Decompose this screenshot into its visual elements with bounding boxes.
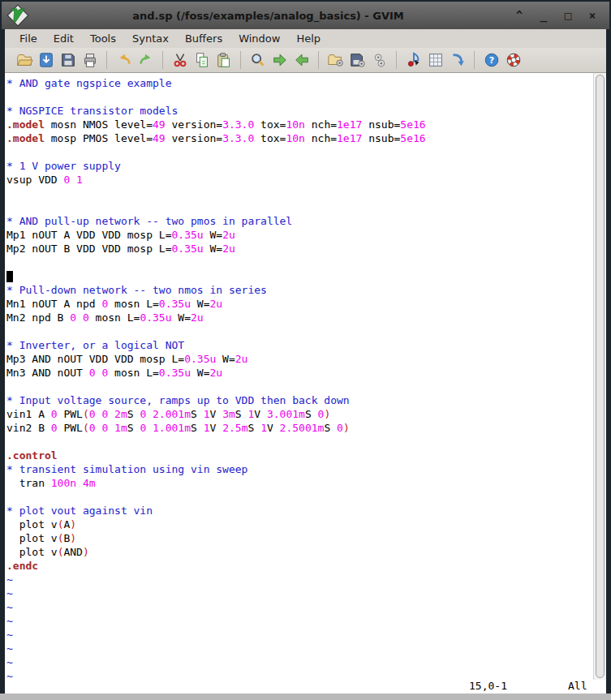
build-tags-button[interactable] bbox=[424, 49, 446, 71]
code-line[interactable]: * plot vout against vin bbox=[6, 504, 593, 517]
code-line[interactable]: vin1 A 0 PWL(0 0 2mS 0 2.001mS 1V 3mS 1V… bbox=[6, 407, 593, 421]
code-line[interactable]: * 1 V power supply bbox=[6, 159, 593, 173]
copy-button[interactable] bbox=[191, 49, 213, 71]
code-line[interactable]: plot v(AND) bbox=[6, 545, 593, 559]
empty-line-tilde: ~ bbox=[6, 573, 593, 586]
menu-help[interactable]: Help bbox=[288, 30, 329, 47]
copy-icon bbox=[193, 51, 211, 69]
find-replace-icon bbox=[249, 51, 267, 69]
code-line[interactable]: .model mosn NMOS level=49 version=3.3.0 … bbox=[6, 118, 593, 131]
menu-syntax[interactable]: Syntax bbox=[124, 30, 177, 47]
code-line[interactable]: .model mosp PMOS level=49 version=3.3.0 … bbox=[6, 131, 593, 145]
scrollbar[interactable] bbox=[593, 73, 606, 680]
save-file-button[interactable] bbox=[35, 49, 57, 71]
minimize-button[interactable]: _ bbox=[538, 10, 549, 21]
code-line[interactable]: Mn1 nOUT A npd 0 mosn L=0.35u W=2u bbox=[6, 297, 593, 311]
code-line[interactable]: plot v(A) bbox=[6, 517, 593, 531]
code-segment: * AND gate ngspice example bbox=[6, 77, 172, 89]
code-line[interactable]: .endc bbox=[6, 559, 593, 573]
save-file-icon bbox=[37, 51, 55, 69]
empty-line-tilde: ~ bbox=[6, 614, 593, 628]
find-in-help-button[interactable] bbox=[502, 49, 524, 71]
code-line[interactable] bbox=[6, 435, 593, 449]
open-file-button[interactable] bbox=[13, 49, 35, 71]
code-line[interactable]: Mn2 npd B 0 0 mosn L=0.35u W=2u bbox=[6, 311, 593, 324]
make-button[interactable] bbox=[402, 49, 424, 71]
code-segment: 1.001m bbox=[153, 422, 191, 434]
help-button[interactable]: ? bbox=[480, 49, 502, 71]
build-tags-icon bbox=[427, 51, 445, 69]
code-segment: 1m bbox=[114, 422, 127, 434]
code-line[interactable]: .control bbox=[6, 449, 593, 462]
code-line[interactable] bbox=[6, 490, 593, 504]
code-line[interactable]: tran 100n 4m bbox=[6, 476, 593, 490]
menubar: FileEditToolsSyntaxBuffersWindowHelp bbox=[5, 29, 606, 48]
cut-button[interactable] bbox=[169, 49, 191, 71]
code-segment: 3m bbox=[222, 408, 235, 420]
code-line[interactable] bbox=[6, 324, 593, 338]
load-session-button[interactable] bbox=[325, 49, 346, 71]
code-line[interactable]: Mp3 AND nOUT VDD VDD mosp L=0.35u W=2u bbox=[6, 352, 593, 366]
menu-tools[interactable]: Tools bbox=[82, 30, 124, 47]
find-replace-button[interactable] bbox=[247, 49, 269, 71]
cursor bbox=[6, 271, 13, 282]
code-segment: vsup VDD bbox=[6, 174, 63, 186]
menu-edit[interactable]: Edit bbox=[45, 30, 82, 47]
undo-button[interactable] bbox=[113, 49, 135, 71]
code-line[interactable]: plot v(B) bbox=[6, 531, 593, 545]
code-segment: version= bbox=[166, 132, 222, 144]
code-area[interactable]: * AND gate ngspice example* NGSPICE tran… bbox=[5, 73, 593, 680]
find-prev-button[interactable] bbox=[290, 49, 312, 71]
close-button[interactable]: × bbox=[587, 10, 598, 21]
menu-window[interactable]: Window bbox=[230, 30, 288, 47]
code-line[interactable] bbox=[6, 256, 593, 269]
menu-file[interactable]: File bbox=[11, 30, 45, 47]
maximize-button[interactable]: □ bbox=[562, 10, 574, 21]
code-line[interactable]: * AND pull-up network -- two pmos in par… bbox=[6, 214, 593, 228]
redo-button[interactable] bbox=[135, 49, 157, 71]
code-segment: AND bbox=[63, 546, 82, 558]
scrollbar-thumb[interactable] bbox=[596, 75, 605, 678]
window-resize-edge[interactable] bbox=[0, 694, 611, 700]
text-area[interactable]: * AND gate ngspice example* NGSPICE tran… bbox=[5, 73, 606, 694]
code-segment: PWL bbox=[58, 422, 83, 434]
code-segment: * NGSPICE transistor models bbox=[6, 105, 178, 117]
code-segment bbox=[76, 477, 83, 489]
code-segment: 0 bbox=[89, 367, 96, 379]
code-segment: nch= bbox=[305, 132, 337, 144]
code-line[interactable] bbox=[6, 145, 593, 159]
code-line[interactable]: Mn3 AND nOUT 0 0 mosn L=0.35u W=2u bbox=[6, 366, 593, 380]
make-icon bbox=[405, 51, 423, 69]
code-segment: mosn NMOS level= bbox=[45, 118, 153, 131]
code-line[interactable]: vin2 B 0 PWL(0 0 1mS 0 1.001mS 1V 2.5mS … bbox=[6, 421, 593, 435]
code-segment: mosp PMOS level= bbox=[45, 132, 153, 144]
code-line[interactable] bbox=[6, 269, 593, 283]
code-line[interactable] bbox=[6, 90, 593, 104]
code-line[interactable]: * transient simulation using vin sweep bbox=[6, 462, 593, 476]
code-line[interactable]: * AND gate ngspice example bbox=[6, 76, 593, 90]
code-line[interactable]: * Inverter, or a logical NOT bbox=[6, 338, 593, 352]
shade-button[interactable]: ^ bbox=[514, 10, 525, 21]
find-next-button[interactable] bbox=[269, 49, 290, 71]
save-all-button[interactable] bbox=[57, 49, 79, 71]
code-line[interactable] bbox=[6, 380, 593, 393]
code-segment: 2m bbox=[114, 408, 127, 420]
run-script-button[interactable] bbox=[368, 49, 390, 71]
paste-button[interactable] bbox=[213, 49, 235, 71]
print-button[interactable] bbox=[79, 49, 101, 71]
code-line[interactable]: Mp1 nOUT A VDD VDD mosp L=0.35u W=2u bbox=[6, 228, 593, 242]
toolbar-separator bbox=[162, 51, 163, 69]
code-line[interactable]: * NGSPICE transistor models bbox=[6, 104, 593, 118]
code-segment: ) bbox=[324, 408, 330, 420]
code-line[interactable]: vsup VDD 0 1 bbox=[6, 173, 593, 187]
code-line[interactable] bbox=[6, 187, 593, 200]
code-segment: .control bbox=[6, 449, 58, 462]
code-line[interactable] bbox=[6, 200, 593, 214]
title-bar[interactable]: and.sp (/foss/examples/analog_basics) - … bbox=[2, 2, 609, 29]
code-line[interactable]: * Pull-down network -- two nmos in serie… bbox=[6, 283, 593, 297]
code-line[interactable]: * Input voltage source, ramps up to VDD … bbox=[6, 393, 593, 407]
code-line[interactable]: Mp2 nOUT B VDD VDD mosp L=0.35u W=2u bbox=[6, 242, 593, 256]
tag-jump-button[interactable] bbox=[446, 49, 468, 71]
save-session-button[interactable] bbox=[346, 49, 368, 71]
menu-buffers[interactable]: Buffers bbox=[177, 30, 230, 47]
